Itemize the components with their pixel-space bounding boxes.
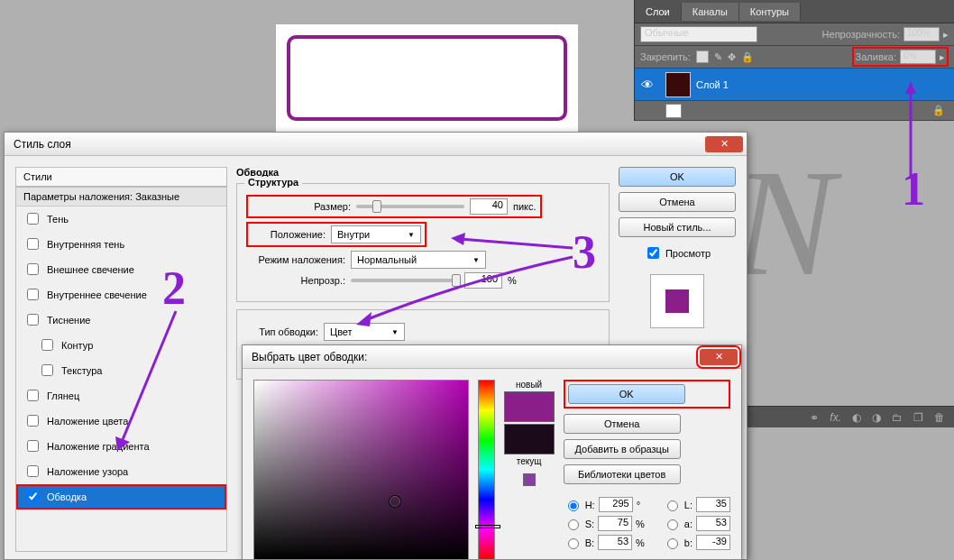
stroke-type-value: Цвет (330, 326, 353, 337)
color-field-cursor[interactable] (390, 496, 400, 507)
style-contour[interactable]: Контур (16, 333, 226, 358)
new-style-button[interactable]: Новый стиль... (619, 217, 736, 237)
lock-transparent-icon[interactable] (696, 50, 709, 63)
style-texture[interactable]: Текстура (16, 358, 226, 383)
ok-button[interactable]: OK (619, 167, 736, 187)
trash-icon[interactable]: 🗑 (934, 411, 945, 424)
preview-checkbox[interactable] (647, 247, 659, 259)
tab-layers[interactable]: Слои (635, 3, 682, 21)
opacity-arrow-icon[interactable]: ▸ (943, 29, 949, 41)
color-picker-titlebar[interactable]: Выбрать цвет обводки: ✕ (243, 345, 741, 369)
blend-mode-select[interactable]: Обычные (640, 26, 757, 42)
add-swatches-button[interactable]: Добавить в образцы (564, 439, 681, 459)
lock-brush-icon[interactable]: ✎ (714, 51, 722, 63)
style-drop-shadow[interactable]: Тень (16, 207, 226, 232)
cancel-button[interactable]: Отмена (564, 414, 681, 434)
checkbox[interactable] (27, 289, 39, 300)
close-button[interactable]: ✕ (700, 349, 738, 365)
tab-channels[interactable]: Каналы (682, 3, 739, 21)
checkbox[interactable] (27, 440, 39, 452)
style-outer-glow[interactable]: Внешнее свечение (16, 257, 226, 282)
ok-button[interactable]: OK (568, 384, 685, 404)
l-radio[interactable] (667, 500, 678, 511)
checkbox[interactable] (41, 339, 53, 351)
hue-slider[interactable] (478, 380, 495, 560)
checkbox[interactable] (27, 415, 39, 427)
slider-thumb[interactable] (372, 200, 381, 213)
checkbox[interactable] (27, 465, 39, 477)
checkbox[interactable] (41, 364, 53, 376)
blend-mode-select[interactable]: Нормальный ▼ (351, 251, 486, 269)
cancel-button[interactable]: Отмена (619, 192, 736, 212)
annotation-1: 1 (902, 162, 925, 216)
style-satin[interactable]: Глянец (16, 383, 226, 409)
h-value[interactable]: 295 (599, 497, 633, 512)
background-thumbnail[interactable] (665, 104, 682, 118)
fill-arrow-icon[interactable]: ▸ (940, 51, 945, 63)
styles-heading[interactable]: Стили (15, 167, 227, 187)
adjustment-icon[interactable]: ◑ (872, 411, 881, 424)
folder-icon[interactable]: 🗀 (892, 411, 903, 424)
slider-thumb[interactable] (452, 274, 461, 287)
stroke-type-select[interactable]: Цвет ▼ (324, 323, 405, 341)
style-label: Тиснение (47, 315, 90, 326)
blending-options-head[interactable]: Параметры наложения: Заказные (16, 188, 226, 207)
style-label: Внутренняя тень (47, 239, 124, 250)
blend-mode-label: Режим наложения: (246, 254, 345, 265)
layer-name[interactable]: Слой 1 (696, 79, 729, 90)
close-button[interactable]: ✕ (705, 136, 743, 152)
opacity-slider[interactable] (351, 279, 459, 282)
lock-all-icon[interactable]: 🔒 (741, 51, 754, 63)
size-value[interactable]: 40 (470, 198, 508, 215)
hue-cursor[interactable] (475, 525, 500, 528)
size-slider[interactable] (356, 205, 464, 208)
layer-thumbnail[interactable] (665, 72, 691, 97)
style-stroke[interactable]: Обводка (16, 484, 226, 510)
color-libs-button[interactable]: Библиотеки цветов (564, 464, 681, 484)
checkbox[interactable] (27, 390, 39, 401)
s-radio[interactable] (568, 519, 579, 530)
a-radio[interactable] (667, 519, 678, 530)
mask-icon[interactable]: ◐ (852, 411, 861, 424)
layer-style-titlebar[interactable]: Стиль слоя ✕ (5, 133, 747, 156)
style-inner-glow[interactable]: Внутреннее свечение (16, 282, 226, 308)
checkbox[interactable] (27, 491, 39, 502)
new-color-swatch (504, 391, 555, 422)
h-radio[interactable] (568, 500, 579, 511)
style-gradient-overlay[interactable]: Наложение градиента (16, 434, 226, 459)
position-label: Положение: (252, 229, 326, 240)
style-color-overlay[interactable]: Наложение цвета (16, 409, 226, 434)
opacity-value[interactable]: 100 (464, 272, 502, 289)
tab-paths[interactable]: Контуры (739, 3, 801, 21)
l-value[interactable]: 35 (696, 497, 730, 512)
style-label: Контур (61, 340, 93, 351)
style-pattern-overlay[interactable]: Наложение узора (16, 459, 226, 484)
bb-value[interactable]: -39 (696, 535, 730, 550)
s-value[interactable]: 75 (598, 516, 632, 531)
color-picker-title: Выбрать цвет обводки: (252, 351, 367, 363)
style-inner-shadow[interactable]: Внутренняя тень (16, 232, 226, 257)
checkbox[interactable] (27, 213, 39, 225)
opacity-value[interactable]: 100% (904, 27, 940, 41)
checkbox[interactable] (27, 314, 39, 326)
lock-label: Закрепить: (640, 51, 691, 62)
new-layer-icon[interactable]: ❐ (913, 411, 923, 424)
style-label: Обводка (47, 491, 87, 502)
warning-swatch[interactable] (523, 473, 536, 486)
layer-row-1[interactable]: 👁 Слой 1 (635, 69, 954, 101)
checkbox[interactable] (27, 263, 39, 275)
color-field[interactable] (253, 380, 469, 560)
b-radio[interactable] (568, 538, 579, 549)
a-value[interactable]: 53 (696, 516, 730, 531)
style-bevel[interactable]: Тиснение (16, 308, 226, 333)
b-value[interactable]: 53 (598, 535, 632, 550)
link-icon[interactable]: ⚭ (810, 411, 819, 424)
visibility-icon[interactable]: 👁 (635, 78, 660, 92)
bb-radio[interactable] (667, 538, 678, 549)
position-select[interactable]: Внутри ▼ (331, 225, 421, 243)
checkbox[interactable] (27, 238, 39, 250)
fill-value[interactable]: 0% (900, 50, 936, 64)
document-stroke-preview (287, 35, 567, 121)
lock-move-icon[interactable]: ✥ (728, 51, 736, 63)
fx-icon[interactable]: fx. (830, 411, 841, 424)
